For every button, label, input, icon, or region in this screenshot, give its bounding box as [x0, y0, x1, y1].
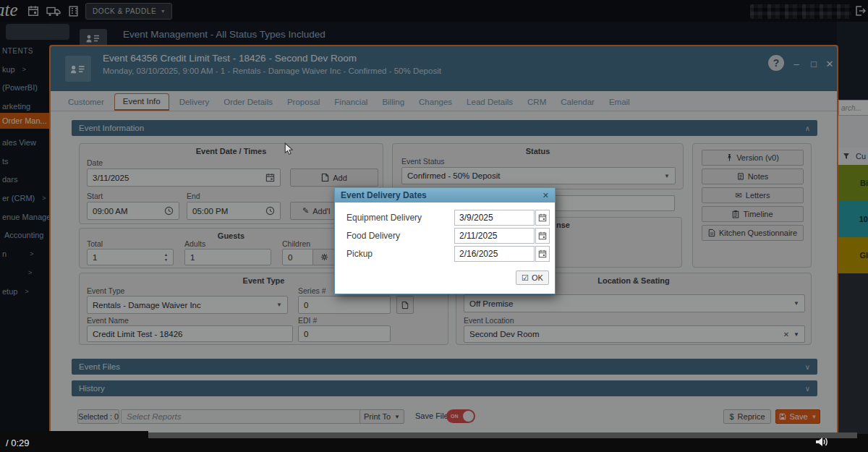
food-delivery-label: Food Delivery — [346, 231, 400, 241]
calendar-icon[interactable] — [535, 246, 550, 262]
close-icon[interactable]: ✕ — [542, 191, 549, 200]
modal-titlebar[interactable]: Event Delivery Dates ✕ — [335, 188, 555, 202]
video-bar-notch — [0, 431, 148, 435]
screen: ate ☎ DOCK & PADDLE ▾ NTENTS kup> (Power… — [0, 0, 868, 452]
equipment-delivery-input[interactable]: 3/9/2025 — [454, 210, 535, 226]
mouse-cursor — [284, 142, 294, 156]
calendar-icon[interactable] — [535, 228, 550, 244]
video-progress-track[interactable] — [148, 432, 857, 438]
food-delivery-input[interactable]: 2/11/2025 — [454, 228, 535, 244]
pickup-label: Pickup — [346, 249, 373, 259]
video-time-label: / 0:29 — [6, 438, 30, 448]
calendar-icon[interactable] — [535, 210, 550, 226]
volume-icon[interactable] — [814, 436, 829, 448]
equipment-delivery-label: Equipment Delivery — [346, 213, 422, 223]
modal-title: Event Delivery Dates — [341, 190, 427, 200]
checkbox-icon: ☑ — [522, 273, 529, 283]
ok-button[interactable]: ☑ OK — [516, 270, 549, 285]
video-player-bar: / 0:29 — [0, 434, 868, 452]
event-delivery-dates-modal: Event Delivery Dates ✕ Equipment Deliver… — [334, 187, 556, 294]
pickup-input[interactable]: 2/16/2025 — [454, 246, 535, 262]
